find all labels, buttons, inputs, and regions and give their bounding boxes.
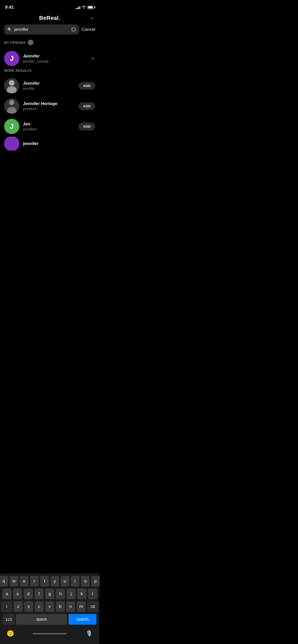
user-name: jennifer [23,141,95,146]
status-time: 9:41 [5,5,14,10]
add-user-button[interactable]: ADD [78,102,95,110]
result-item-jennifer: Jennifer jennifer ADD [0,76,99,96]
avatar [4,137,19,151]
remove-friend-button[interactable]: × [90,55,95,63]
user-info: Jennifer jennifer [23,81,75,91]
avatar [4,98,19,114]
user-info: jennifer [23,141,95,146]
search-icon: 🔍 [7,27,12,32]
user-handle: jennifer6 [23,107,75,111]
user-handle: jennifer_conway [23,59,87,63]
result-item-jen: J Jen jennifer9 ADD [0,116,99,137]
clear-search-button[interactable]: ✕ [71,27,76,32]
signal-icon [76,6,80,9]
search-input[interactable] [14,27,69,32]
result-item-jennifer-hertoge: Jennifer Hertoge jennifer6 ADD [0,96,99,116]
my-friends-section-header: MY FRIENDS [0,40,99,48]
avatar: J [4,51,19,66]
add-user-button[interactable]: ADD [78,82,95,90]
user-name: Jennifer Hertoge [23,101,75,106]
app-title: BeReal. [39,15,60,21]
user-handle: jennifer9 [23,127,75,131]
more-results-section-header: MORE RESULTS [0,69,99,76]
user-handle: jennifer [23,86,75,91]
app-header: BeReal. → [0,13,99,24]
loading-indicator [28,40,33,45]
header-arrow-button[interactable]: → [89,15,94,21]
avatar: J [4,119,19,134]
avatar [4,78,19,93]
add-user-button[interactable]: ADD [78,123,95,130]
user-info: Jen jennifer9 [23,122,75,131]
search-input-wrapper: 🔍 ✕ [4,24,79,35]
status-icons [76,6,94,9]
battery-icon [87,6,94,9]
friend-item-jennifer-conway: J Jennifer jennifer_conway × [0,48,99,69]
status-bar: 9:41 [0,0,99,13]
user-name: Jennifer [23,54,87,59]
cancel-button[interactable]: Cancel [82,27,95,32]
search-bar: 🔍 ✕ Cancel [0,24,99,35]
user-name: Jen [23,122,75,127]
user-info: Jennifer Hertoge jennifer6 [23,101,75,111]
wifi-icon [82,6,86,9]
user-info: Jennifer jennifer_conway [23,54,87,63]
result-item-partial: jennifer [0,137,99,151]
user-name: Jennifer [23,81,75,86]
